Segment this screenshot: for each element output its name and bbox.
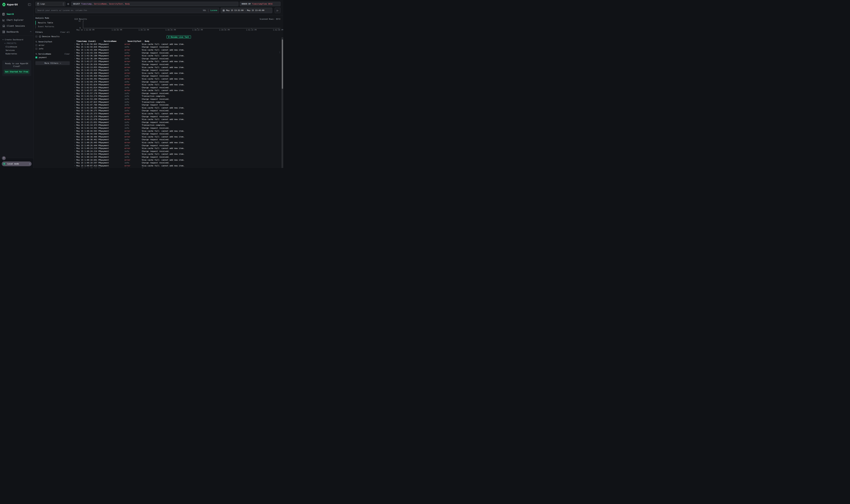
- filter-group-clear-button[interactable]: Clear: [65, 53, 70, 55]
- table-row[interactable]: May 15 1:40:10.601 PMpaymenterrorVisa ca…: [74, 159, 283, 161]
- sidebar-item-dashboards[interactable]: Dashboards: [0, 29, 33, 35]
- filter-option-payment[interactable]: ✓payment: [35, 56, 70, 59]
- create-dashboard-button[interactable]: + Create Dashboard: [2, 38, 31, 41]
- column-resize-handle[interactable]: ⋮: [125, 40, 126, 42]
- sidebar-item-search[interactable]: Search: [0, 11, 33, 17]
- column-header-severitytext[interactable]: ⋮SeverityText: [125, 40, 142, 42]
- row-expand-chevron-icon[interactable]: [74, 53, 76, 53]
- row-expand-chevron-icon[interactable]: [74, 148, 76, 149]
- table-row[interactable]: May 15 1:41:21.678 PMpaymenterrorVisa ca…: [74, 118, 283, 121]
- row-expand-chevron-icon[interactable]: [74, 125, 76, 126]
- table-row[interactable]: May 15 1:42:13.019 PMpaymentinfoCharge r…: [74, 69, 283, 72]
- row-expand-chevron-icon[interactable]: [74, 128, 76, 128]
- column-resize-handle[interactable]: ⋮: [101, 40, 103, 42]
- table-row[interactable]: May 15 1:42:43.360 PMpaymenterrorVisa ca…: [74, 49, 283, 51]
- table-row[interactable]: May 15 1:40:44.546 PMpaymentinfoCharge r…: [74, 132, 283, 135]
- filter-option-error[interactable]: error: [35, 44, 70, 47]
- analysis-mode-event-patterns[interactable]: Event Patterns: [35, 24, 70, 29]
- resume-live-tail-button[interactable]: Resume Live Tail: [166, 35, 191, 38]
- table-scrollbar-track[interactable]: [282, 37, 283, 168]
- row-expand-chevron-icon[interactable]: [74, 163, 76, 163]
- row-expand-chevron-icon[interactable]: [74, 55, 76, 56]
- table-row[interactable]: May 15 1:41:25.370 PMpaymentinfoCharge r…: [74, 115, 283, 118]
- row-expand-chevron-icon[interactable]: [74, 142, 76, 143]
- checkbox-icon[interactable]: [35, 48, 37, 50]
- time-range-picker[interactable]: May 15 13:32:00 - May 15 13:43:00: [221, 8, 272, 13]
- more-filters-button[interactable]: More filters: [35, 61, 70, 65]
- column-resize-handle[interactable]: ⋮: [142, 40, 144, 42]
- sidebar-item-kubernetes[interactable]: Kubernetes: [2, 52, 31, 55]
- row-expand-chevron-icon[interactable]: [74, 93, 76, 94]
- table-row[interactable]: May 15 1:42:50.843 PMpaymenterrorVisa ca…: [74, 43, 283, 46]
- row-expand-chevron-icon[interactable]: [74, 131, 76, 131]
- table-row[interactable]: May 15 1:40:14.511 PMpaymenterrorVisa ca…: [74, 153, 283, 156]
- search-input[interactable]: [37, 9, 203, 12]
- gear-icon[interactable]: ⚙: [67, 2, 70, 6]
- row-expand-chevron-icon[interactable]: [74, 139, 76, 140]
- column-header-timestamp[interactable]: Timestamp (Local): [76, 40, 101, 42]
- row-expand-chevron-icon[interactable]: [74, 116, 76, 117]
- table-row[interactable]: May 15 1:40:26.444 PMpaymentinfoCharge r…: [74, 144, 283, 147]
- table-row[interactable]: May 15 1:42:05.460 PMpaymenterrorVisa ca…: [74, 72, 283, 75]
- table-row[interactable]: May 15 1:41:57.178 PMpaymentinfoCharge r…: [74, 92, 283, 95]
- row-expand-chevron-icon[interactable]: [74, 73, 76, 73]
- filter-group-name[interactable]: SeverityText: [38, 41, 52, 43]
- table-row[interactable]: May 15 1:42:43.336 PMpaymentinfoCharge r…: [74, 51, 283, 54]
- clear-all-button[interactable]: Clear all: [60, 31, 70, 33]
- filter-group-name[interactable]: ServiceName: [38, 53, 51, 55]
- row-expand-chevron-icon[interactable]: [74, 70, 76, 71]
- histogram-plot[interactable]: May 15 1:32:00 PM1:33:45 PM1:35:15 PM1:3…: [83, 21, 281, 28]
- row-expand-chevron-icon[interactable]: [74, 107, 76, 108]
- table-row[interactable]: May 15 1:42:04.376 PMpaymentinfoCharge r…: [74, 80, 283, 83]
- row-expand-chevron-icon[interactable]: [74, 151, 76, 151]
- run-query-button[interactable]: ▷: [275, 8, 281, 13]
- row-expand-chevron-icon[interactable]: [74, 145, 76, 146]
- table-row[interactable]: May 15 1:42:04.392 PMpaymenterrorVisa ca…: [74, 77, 283, 80]
- table-row[interactable]: May 15 1:42:50.834 PMpaymentinfoCharge r…: [74, 46, 283, 49]
- table-row[interactable]: May 15 1:40:24.214 PMpaymentinfoCharge r…: [74, 150, 283, 153]
- table-row[interactable]: May 15 1:41:53.274 PMpaymentinfoTransact…: [74, 95, 283, 98]
- row-expand-chevron-icon[interactable]: [74, 113, 76, 114]
- filter-option-info[interactable]: info: [35, 48, 70, 50]
- table-row[interactable]: May 15 1:42:36.184 PMpaymentinfoCharge r…: [74, 57, 283, 60]
- table-options-kebab-icon[interactable]: ⋮: [279, 51, 281, 53]
- row-expand-chevron-icon[interactable]: [74, 61, 76, 62]
- table-row[interactable]: May 15 1:40:07.413 PMpaymenterrorVisa ca…: [74, 164, 283, 167]
- checkbox-icon[interactable]: [35, 36, 37, 37]
- row-expand-chevron-icon[interactable]: [74, 160, 76, 160]
- row-expand-chevron-icon[interactable]: [74, 44, 76, 44]
- checkbox-icon[interactable]: [35, 44, 37, 46]
- get-started-button[interactable]: Get Started for Free: [4, 70, 30, 74]
- row-expand-chevron-icon[interactable]: [74, 137, 76, 137]
- row-expand-chevron-icon[interactable]: [74, 76, 76, 76]
- row-expand-chevron-icon[interactable]: [74, 96, 76, 96]
- row-expand-chevron-icon[interactable]: [74, 64, 76, 65]
- table-row[interactable]: May 15 1:42:01.824 PMpaymenterrorVisa ca…: [74, 83, 283, 86]
- row-expand-chevron-icon[interactable]: [74, 99, 76, 100]
- presets-toggle[interactable]: PRESETS: [2, 41, 31, 45]
- row-expand-chevron-icon[interactable]: [74, 50, 76, 50]
- table-row[interactable]: May 15 1:40:14.505 PMpaymentinfoCharge r…: [74, 156, 283, 159]
- sidebar-collapse-icon[interactable]: [28, 3, 31, 6]
- row-expand-chevron-icon[interactable]: [74, 82, 76, 82]
- column-header-servicename[interactable]: ⋮ServiceName: [101, 40, 125, 42]
- row-expand-chevron-icon[interactable]: [74, 67, 76, 68]
- table-row[interactable]: May 15 1:41:57.183 PMpaymenterrorVisa ca…: [74, 89, 283, 92]
- table-row[interactable]: May 15 1:40:38.462 PMpaymentinfoCharge r…: [74, 138, 283, 141]
- table-row[interactable]: May 15 1:40:24.219 PMpaymenterrorVisa ca…: [74, 147, 283, 150]
- row-expand-chevron-icon[interactable]: [74, 105, 76, 105]
- table-row[interactable]: May 15 1:41:47.766 PMpaymentinfoCharge r…: [74, 104, 283, 106]
- table-row[interactable]: May 15 1:41:30.283 PMpaymenterrorVisa ca…: [74, 106, 283, 109]
- sidebar-item-services[interactable]: Services: [2, 49, 31, 52]
- table-scrollbar-thumb[interactable]: [282, 39, 283, 89]
- table-row[interactable]: May 15 1:41:25.373 PMpaymenterrorVisa ca…: [74, 112, 283, 115]
- row-expand-chevron-icon[interactable]: [74, 58, 76, 59]
- table-row[interactable]: May 15 1:40:07.410 PMpaymentinfoCharge r…: [74, 167, 283, 168]
- table-row[interactable]: May 15 1:41:47.823 PMpaymentinfoTransact…: [74, 101, 283, 104]
- table-row[interactable]: May 15 1:42:27.131 PMpaymenterrorVisa ca…: [74, 60, 283, 63]
- row-expand-chevron-icon[interactable]: [74, 157, 76, 157]
- table-row[interactable]: May 15 1:42:05.450 PMpaymentinfoCharge r…: [74, 75, 283, 78]
- row-expand-chevron-icon[interactable]: [74, 165, 76, 166]
- source-select[interactable]: Logs: [35, 2, 66, 6]
- sidebar-item-client-sessions[interactable]: Client Sessions: [0, 23, 33, 29]
